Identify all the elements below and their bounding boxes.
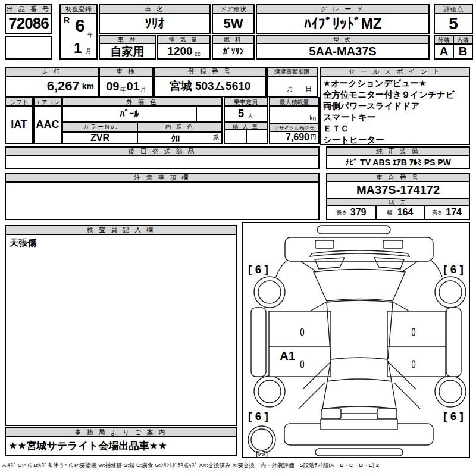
later-shipping-parts-box: 後 日 発 送 部 品 — [5, 146, 320, 169]
grade-value: ﾊｲﾌﾞﾘｯﾄﾞMZ — [257, 14, 428, 33]
first-registration-month: 1 — [74, 40, 82, 57]
model-code-box: 型 式 5AA-MA37S — [256, 35, 430, 60]
interior-color-label: 内 装 色 — [137, 123, 221, 131]
sales-points-label: セ ー ル ス ポ イ ン ト — [321, 68, 469, 77]
displacement-label: 排 気 量 — [158, 36, 209, 44]
left-side-step — [251, 308, 266, 377]
color-no-label: カ ラ ー N o . — [63, 123, 137, 131]
car-name-label: 車 名 — [100, 5, 209, 14]
sales-point-line: 両側パワースライドドア — [323, 101, 466, 112]
office-notice-value: ★★宮城サテライト会場出品車★★ — [6, 437, 236, 455]
interior-color-value: ｸﾛ — [138, 133, 213, 143]
sales-point-line: ＥＴＣ — [323, 123, 466, 134]
tire-depth-front-left: [ 6 ] — [248, 263, 268, 275]
spare-tire-label: [ﾚｽ] — [256, 449, 268, 457]
office-notice-label: 事 務 局 よ り ご 案 内 — [6, 428, 236, 437]
car-name-value: ｿﾘｵ — [100, 14, 209, 33]
inspection-month-suffix: 月 — [140, 86, 146, 96]
taillight-left — [321, 409, 341, 419]
exterior-grade-value: A — [435, 45, 453, 58]
recycle-deposit-value: 7,690 — [286, 132, 309, 143]
mileage-box: 走 行 6,267 km — [5, 67, 99, 97]
sales-point-line: スマートキー — [323, 112, 466, 123]
cautions-content — [6, 183, 318, 219]
chassis-specs-box: 車 台 番 号 MA37S-174172 諸 元 長さ 379 幅 164 高さ… — [326, 173, 470, 220]
inspection-month: 01 — [127, 80, 140, 93]
inspector-notes-label: 検 査 員 記 入 欄 — [6, 226, 236, 235]
later-shipping-parts-content — [6, 156, 318, 168]
color-group-box: 外 装 色 ﾊﾟｰﾙ カ ラ ー N o . 内 装 色 ZVR ｸﾛ 系 — [62, 97, 223, 144]
import-car-cell-1 — [225, 130, 246, 143]
shift-box: シフト IAT — [5, 97, 33, 144]
transfer-docs-deadline-label: 譲渡書類期限 — [268, 68, 317, 77]
fuel-label: 燃 料 — [213, 36, 253, 44]
auction-sheet: 出 品 番 号 72086 初度登録 R 6 年 1 月 車 名 ｿﾘｵ 車 歴… — [0, 0, 476, 476]
door-shape-label: ドア形状 — [213, 5, 253, 14]
mileage-label: 走 行 — [6, 68, 98, 77]
interior-grade-value: B — [454, 45, 472, 58]
inspection-expiry-label: 車 検 — [100, 68, 152, 77]
length-value: 379 — [350, 207, 367, 218]
first-registration-box: 初度登録 R 6 年 1 月 — [60, 4, 98, 60]
model-code-value: 5AA-MA37S — [257, 44, 428, 58]
windshield — [314, 270, 405, 302]
headlight-right — [383, 240, 403, 248]
height-value: 174 — [446, 207, 462, 218]
exterior-color-value: ﾊﾟｰﾙ — [63, 107, 196, 121]
registration-number-box: 登 録 番 号 宮城 503ム5610 — [154, 67, 267, 97]
genuine-equipment-value: ﾅﾋﾞ TV ABS ｴｱB ｱﾙﾐ PS PW — [327, 156, 469, 168]
fuel-box: 燃 料 ｶﾞｿﾘﾝ — [212, 35, 255, 60]
sales-point-line: 全方位モニター付き９インチナビ — [323, 89, 466, 101]
car-history-label: 車 歴 — [100, 36, 155, 44]
score-label: 評価点 — [435, 5, 472, 14]
inspection-expiry-box: 車 検 09 年 01 月 — [99, 67, 154, 97]
cautions-label: 注 意 事 項 欄 — [6, 174, 318, 183]
left-doors — [269, 311, 331, 377]
car-top-view-diagram: [ 6 ] [ 6 ] [ 6 ] [ 6 ] A1 [ﾚｽ] — [243, 223, 469, 457]
aircon-label: エアコン — [35, 98, 61, 107]
inspection-year: 09 — [106, 80, 119, 93]
first-registration-month-suffix: 月 — [86, 47, 92, 55]
deadline-month-suffix: 月 — [287, 84, 293, 93]
tire-depth-front-right: [ 6 ] — [443, 263, 464, 275]
exterior-color-extra-cell — [196, 107, 221, 121]
displacement-unit: cc — [195, 51, 201, 58]
right-doors — [387, 311, 446, 377]
sales-points-box: セ ー ル ス ポ イ ン ト ★オークションデビュー★ 全方位モニター付き９イ… — [320, 67, 470, 145]
exterior-color-label: 外 装 色 — [63, 98, 221, 107]
capacity-value: 5 — [238, 108, 244, 120]
car-history-box: 車 歴 自家用 — [99, 35, 156, 60]
sales-point-line: シートヒーター — [323, 134, 466, 144]
transfer-docs-deadline-box: 譲渡書類期限 月 日 — [267, 67, 318, 97]
rear-panel — [321, 419, 397, 430]
inspector-notes-value: 天張傷 — [6, 235, 236, 425]
max-load-label: 最大積載量 — [270, 98, 318, 107]
length-label: 長さ — [337, 209, 347, 217]
aircon-value: AAC — [35, 107, 61, 143]
later-shipping-parts-label: 後 日 発 送 部 品 — [6, 148, 318, 156]
door-shape-value: 5W — [213, 14, 253, 33]
chassis-number-value: MA37S-174172 — [327, 182, 469, 198]
deadline-day-suffix: 日 — [305, 84, 312, 93]
score-value: 5 — [435, 14, 472, 33]
damage-mark-a1: A1 — [280, 349, 295, 362]
first-registration-label: 初度登録 — [61, 5, 96, 14]
displacement-value: 1200 — [167, 45, 192, 58]
maxload-recycle-box: 最大積載量 kg リサイクル預託金 7,690 円 — [269, 97, 320, 144]
taillight-right — [377, 409, 397, 419]
width-value: 164 — [397, 207, 414, 218]
mileage-value: 6,267 — [47, 79, 80, 94]
car-diagram-box: [ 6 ] [ 6 ] [ 6 ] [ 6 ] A1 [ﾚｽ] — [242, 222, 470, 458]
import-car-cell-2 — [246, 130, 267, 143]
tire-depth-rear-right: [ 6 ] — [443, 410, 464, 422]
score-box: 評価点 5 — [434, 4, 473, 34]
right-side-step — [446, 308, 461, 377]
interior-color-suffix: 系 — [213, 134, 221, 142]
first-registration-era: R — [64, 15, 70, 25]
office-notice-box: 事 務 局 よ り ご 案 内 ★★宮城サテライト会場出品車★★ — [5, 427, 237, 456]
lot-number-label: 出 品 番 号 — [6, 5, 51, 14]
inspector-notes-box: 検 査 員 記 入 欄 天張傷 — [5, 225, 237, 426]
interior-grade-label: 内装 — [454, 36, 472, 45]
car-history-value: 自家用 — [100, 44, 155, 60]
color-no-value: ZVR — [63, 133, 137, 143]
